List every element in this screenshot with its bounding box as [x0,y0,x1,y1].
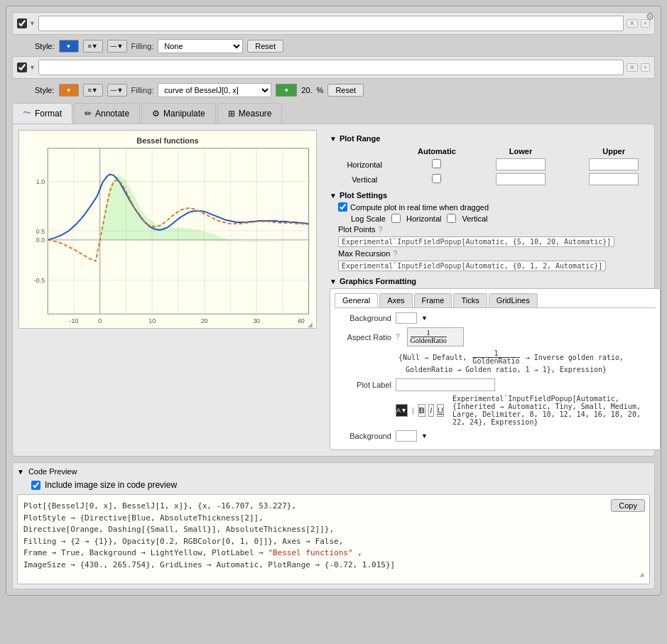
include-size-checkbox[interactable] [31,481,40,490]
row-horizontal: Horizontal [330,157,399,172]
log-scale-h-checkbox[interactable] [391,214,401,223]
compute-realtime-checkbox[interactable] [338,202,347,212]
formula1-color-btn[interactable]: ▼ [59,40,79,53]
plot-points-q[interactable]: ? [379,225,383,234]
max-recursion-q[interactable]: ? [393,249,397,258]
graphics-formatting-triangle[interactable]: ▼ [330,278,337,285]
code-preview-title: Code Preview [28,467,77,476]
tab-manipulate[interactable]: ⚙ Manipulate [141,103,216,124]
formula2-filling-select[interactable]: curve of BesselJ[0, x] [158,83,271,97]
code-line3: Directive[Orange, Dashing[{Small, Small}… [23,524,644,536]
plot-points-field[interactable]: Experimental`InputFieldPopup[Automatic, … [338,236,614,247]
formula2-color-arrow: ▼ [66,87,72,94]
tab-format[interactable]: 〜 Format [12,103,72,124]
format-tab-axes[interactable]: Axes [379,293,412,307]
max-recursion-field[interactable]: Experimental`InputFieldPopup[Automatic, … [338,261,606,271]
compute-label: Compute plot in real time when dragged [350,203,489,212]
log-scale-v-checkbox[interactable] [447,214,456,223]
vertical-upper-input[interactable]: 1.01591 [589,173,639,185]
aspect-ratio-q[interactable]: ? [396,333,400,341]
code-preview-triangle[interactable]: ▼ [17,468,24,476]
formula1-row: ▼ BesselJ[0, x] ✕ + [12,12,655,35]
code-box: Copy Plot[{BesselJ[0, x], BesselJ[1, x]}… [17,494,650,584]
format-tab-general[interactable]: General [335,293,378,307]
tab-bar: 〜 Format ✏ Annotate ⚙ Manipulate ⊞ Measu… [12,103,655,124]
formula2-color-btn[interactable]: ▼ [59,84,79,97]
formula1-expand[interactable]: ▼ [29,20,36,27]
plot-label-input[interactable]: Bessel functions [396,378,495,391]
max-recursion-label: Max Recursion [338,249,390,258]
log-scale-v-label: Vertical [462,214,487,223]
formula2-close-icon[interactable]: ✕ [627,63,638,72]
plot-points-row: Plot Points ? Experimental`InputFieldPop… [330,225,661,247]
log-scale-label: Log Scale [351,214,386,223]
format-tab-ticks[interactable]: Ticks [453,293,487,307]
code-line5: Frame → True, Background → LightYellow, … [23,547,644,560]
code-line5b: , [357,548,362,557]
tab-measure[interactable]: ⊞ Measure [217,103,283,124]
svg-text:-0.5: -0.5 [34,277,45,284]
plot-svg: Bessel functions [19,131,316,328]
formula1-checkbox[interactable] [17,18,27,28]
formula2-thickness-btn[interactable]: —▼ [107,84,127,97]
vertical-lower-input[interactable]: -0.720939 [496,173,546,185]
background-dropdown-arrow2[interactable]: ▼ [421,432,428,440]
formula1-linestyle-btn[interactable]: ≡▼ [83,40,103,53]
tab-annotate[interactable]: ✏ Annotate [74,103,140,124]
svg-text:10: 10 [148,317,156,324]
formula2-input[interactable]: BesselJ[1, x] [38,60,624,75]
background-color-box[interactable] [396,312,417,324]
tab-format-label: Format [35,109,62,119]
plot-range-title: Plot Range [340,134,380,143]
main-content: Bessel functions [12,124,655,457]
svg-text:0.5: 0.5 [36,228,45,235]
formula1-style-label: Style: [35,42,55,50]
plot-points-label: Plot Points [338,225,376,234]
font-size-field: Experimental`InputFieldPopup[Automatic, … [447,395,656,426]
log-scale-row: Log Scale Horizontal Vertical [330,214,661,223]
format-wave-icon: 〜 [23,107,31,119]
background-color-box2[interactable] [396,430,417,442]
plot-settings-triangle[interactable]: ▼ [330,192,337,200]
tab-annotate-label: Annotate [95,109,129,119]
formula2-reset-btn[interactable]: Reset [327,84,364,97]
aspect-ratio-field[interactable]: 1 GoldenRatio [407,327,464,346]
include-size-label: Include image size in code preview [45,480,177,490]
formula1-filling-select[interactable]: None [158,39,243,53]
bold-btn[interactable]: B [418,404,425,417]
copy-button[interactable]: Copy [611,499,645,512]
plot-range-triangle[interactable]: ▼ [330,135,337,143]
formula2-pct-suffix: % [317,86,324,94]
format-tab-gridlines[interactable]: GridLines [489,293,538,307]
font-color-btn[interactable]: A▼ [396,404,408,417]
code-line6: ImageSize → {430., 265.754}, GridLines →… [23,560,644,572]
formula1-close-icon[interactable]: ✕ [627,19,638,28]
resize-handle[interactable]: ◢ [23,571,644,578]
formula2-fill-color-btn[interactable]: ▼ [276,84,297,97]
formula1-thickness-btn[interactable]: —▼ [107,40,127,53]
vertical-auto-checkbox[interactable] [432,174,441,183]
graphics-formatting-title: Graphics Formatting [340,277,416,285]
svg-text:1.0: 1.0 [36,178,45,185]
tab-measure-label: Measure [239,109,272,119]
max-recursion-row: Max Recursion ? Experimental`InputFieldP… [330,249,661,271]
formula1-reset-btn[interactable]: Reset [247,40,283,53]
plot-area: Bessel functions [18,130,324,450]
formula2-linestyle-btn[interactable]: ≡▼ [83,84,103,97]
background-label: Background [335,314,391,322]
gear-icon[interactable]: ⚙ [646,11,655,22]
formula2-expand[interactable]: ▼ [29,64,36,71]
code-line1: Plot[{BesselJ[0, x], BesselJ[1, x]}, {x,… [23,501,644,513]
svg-text:20: 20 [201,317,208,324]
formula2-style-row: Style: ▼ ≡▼ —▼ Filling: curve of BesselJ… [12,82,655,100]
italic-btn[interactable]: I [428,404,434,417]
background-dropdown-arrow[interactable]: ▼ [421,315,428,322]
horizontal-upper-input[interactable]: 53.2275 [589,158,639,170]
horizontal-lower-input[interactable]: -16.7072 [496,158,546,170]
formula1-input[interactable]: BesselJ[0, x] [38,16,624,31]
underline-btn[interactable]: U [437,404,444,417]
horizontal-auto-checkbox[interactable] [432,159,441,168]
formula2-add-icon[interactable]: + [641,63,650,72]
formula2-checkbox[interactable] [17,62,27,72]
format-tab-frame[interactable]: Frame [414,293,452,307]
